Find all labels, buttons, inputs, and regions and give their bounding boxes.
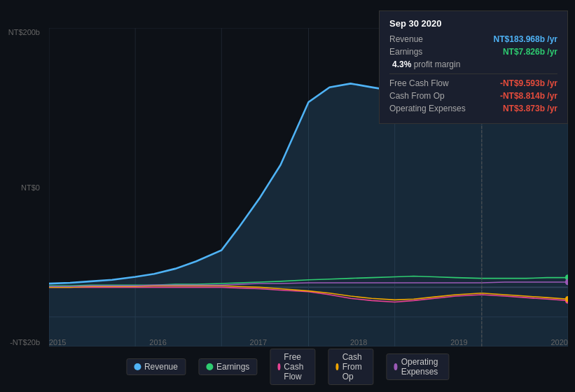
- y-label-0: NT$0: [21, 183, 40, 192]
- y-label-neg20: -NT$20b: [10, 338, 40, 346]
- legend-label-revenue: Revenue: [144, 362, 178, 372]
- tooltip-value-earnings: NT$7.826b /yr: [503, 47, 557, 57]
- tooltip-row-revenue: Revenue NT$183.968b /yr: [389, 34, 557, 44]
- chart-legend: Revenue Earnings Free Cash Flow Cash Fro…: [126, 349, 449, 385]
- tooltip-row-fcf: Free Cash Flow -NT$9.593b /yr: [389, 78, 557, 88]
- x-label-2016: 2016: [149, 338, 166, 346]
- tooltip-label-cashfromop: Cash From Op: [389, 91, 445, 101]
- x-axis-labels: 2015 2016 2017 2018 2019 2020: [49, 335, 568, 346]
- legend-dot-revenue: [134, 363, 141, 370]
- tooltip-label-fcf: Free Cash Flow: [389, 78, 449, 88]
- legend-dot-earnings: [206, 363, 213, 370]
- legend-earnings[interactable]: Earnings: [198, 358, 257, 375]
- legend-label-fcf: Free Cash Flow: [284, 352, 307, 382]
- legend-revenue[interactable]: Revenue: [126, 358, 186, 375]
- y-axis-labels: NT$200b NT$0 -NT$20b: [0, 28, 46, 346]
- tooltip-label-revenue: Revenue: [389, 34, 423, 44]
- x-label-2015: 2015: [49, 338, 66, 346]
- legend-opex[interactable]: Operating Expenses: [386, 354, 449, 380]
- legend-dot-cashfromop: [335, 363, 338, 370]
- tooltip-value-revenue: NT$183.968b /yr: [494, 34, 557, 44]
- legend-dot-opex: [394, 363, 397, 370]
- data-tooltip: Sep 30 2020 Revenue NT$183.968b /yr Earn…: [379, 10, 568, 124]
- x-label-2018: 2018: [350, 338, 367, 346]
- x-label-2017: 2017: [250, 338, 267, 346]
- tooltip-row-cashfromop: Cash From Op -NT$8.814b /yr: [389, 91, 557, 101]
- y-label-200: NT$200b: [8, 28, 40, 36]
- tooltip-row-earnings: Earnings NT$7.826b /yr: [389, 47, 557, 57]
- tooltip-value-cashfromop: -NT$8.814b /yr: [500, 91, 557, 101]
- tooltip-profit-margin: 4.3% profit margin: [389, 59, 557, 69]
- legend-label-opex: Operating Expenses: [401, 357, 441, 377]
- x-label-2019: 2019: [450, 338, 467, 346]
- tooltip-value-opex: NT$3.873b /yr: [503, 104, 557, 113]
- legend-dot-fcf: [277, 363, 280, 370]
- legend-label-cashfromop: Cash From Op: [342, 352, 366, 382]
- x-label-2020: 2020: [550, 338, 567, 346]
- legend-fcf[interactable]: Free Cash Flow: [270, 349, 315, 385]
- tooltip-title: Sep 30 2020: [389, 18, 557, 29]
- tooltip-value-fcf: -NT$9.593b /yr: [500, 78, 557, 88]
- tooltip-label-opex: Operating Expenses: [389, 104, 466, 113]
- legend-label-earnings: Earnings: [216, 362, 249, 372]
- tooltip-label-earnings: Earnings: [389, 47, 422, 57]
- tooltip-divider: [389, 74, 557, 74]
- legend-cashfromop[interactable]: Cash From Op: [328, 349, 373, 385]
- tooltip-row-opex: Operating Expenses NT$3.873b /yr: [389, 104, 557, 113]
